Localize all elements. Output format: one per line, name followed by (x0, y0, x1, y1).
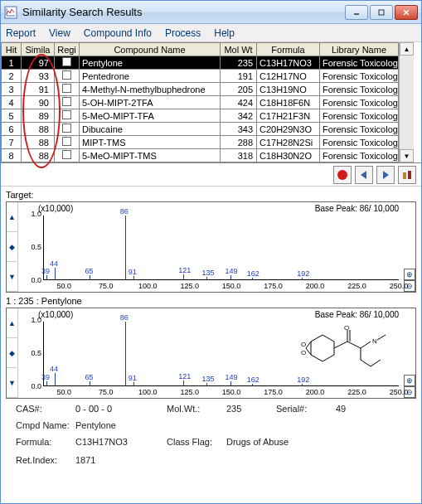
cas-label: CAS#: (16, 404, 75, 414)
column-header[interactable]: Regi (55, 43, 80, 56)
results-table[interactable]: HitSimilaRegiCompound NameMol WtFormulaL… (1, 42, 399, 162)
class-value: Drugs of Abuse (226, 437, 289, 447)
svg-line-20 (347, 342, 361, 348)
svg-line-25 (361, 360, 371, 366)
close-button[interactable] (395, 5, 418, 20)
registered-checkbox[interactable] (62, 97, 71, 106)
column-header[interactable]: Hit (2, 43, 22, 56)
table-row[interactable]: 788MIPT-TMS288C17H28N2SiForensic Toxicol… (2, 136, 399, 149)
table-row[interactable]: 688Dibucaine343C20H29N3OForensic Toxicol… (2, 123, 399, 136)
table-row[interactable]: 197Pentylone235C13H17NO3Forensic Toxicol… (2, 56, 399, 70)
zoom-in-icon[interactable]: ⊕ (404, 375, 415, 386)
column-header[interactable]: Formula (257, 43, 320, 56)
svg-line-21 (361, 342, 371, 348)
base-peak-label: Base Peak: 86/ 10,000 (315, 310, 399, 319)
y-scale-label: (x10,000) (38, 204, 73, 213)
target-spectrum[interactable]: ▲ ◆ ▼ (x10,000) Base Peak: 86/ 10,000 0.… (6, 201, 416, 293)
svg-text:O: O (301, 341, 306, 348)
registered-checkbox[interactable] (62, 150, 71, 159)
table-row[interactable]: 3914-Methyl-N-methylbuphedrone205C13H19N… (2, 83, 399, 96)
svg-line-13 (306, 348, 311, 355)
registered-checkbox[interactable] (62, 110, 71, 119)
titlebar[interactable]: Similarity Search Results (1, 1, 421, 24)
registered-checkbox[interactable] (62, 57, 71, 66)
tools-icon (401, 169, 413, 181)
table-row[interactable]: 4905-OH-MIPT-2TFA424C18H18F6NForensic To… (2, 96, 399, 109)
menu-help[interactable]: Help (214, 27, 235, 39)
marker-up-icon[interactable]: ▲ (7, 308, 17, 338)
mw-value: 235 (226, 404, 276, 414)
formula-value: C13H17NO3 (75, 437, 167, 447)
app-icon (4, 6, 17, 19)
table-scrollbar[interactable]: ▲ ▼ (399, 42, 414, 162)
prev-icon (358, 169, 370, 181)
menu-compound-info[interactable]: Compound Info (84, 27, 152, 39)
record-button[interactable] (333, 166, 352, 184)
svg-marker-8 (383, 171, 389, 179)
menu-process[interactable]: Process (165, 27, 201, 39)
svg-rect-10 (408, 171, 411, 179)
name-value: Pentylone (75, 420, 116, 430)
svg-text:O: O (344, 324, 349, 332)
marker-mid-icon[interactable]: ◆ (7, 232, 17, 262)
name-label: Cmpd Name: (16, 420, 75, 430)
svg-line-16 (334, 342, 347, 348)
column-header[interactable]: Simila (22, 43, 55, 56)
svg-text:N: N (372, 337, 377, 345)
window-title: Similarity Search Results (22, 6, 345, 18)
record-icon (337, 170, 347, 180)
y-scale-label: (x10,000) (38, 310, 73, 319)
svg-line-12 (306, 342, 311, 348)
registered-checkbox[interactable] (62, 137, 71, 146)
svg-text:O: O (301, 349, 306, 356)
menu-view[interactable]: View (49, 27, 70, 39)
svg-line-26 (371, 360, 381, 366)
scroll-down-icon[interactable]: ▼ (400, 149, 414, 162)
app-window: Similarity Search Results Report View Co… (0, 0, 422, 504)
minimize-button[interactable] (345, 5, 368, 20)
scroll-up-icon[interactable]: ▲ (400, 42, 414, 56)
svg-marker-11 (311, 335, 334, 361)
menu-report[interactable]: Report (6, 27, 36, 39)
next-icon (380, 169, 391, 181)
svg-marker-7 (361, 171, 366, 179)
formula-label: Formula: (16, 437, 75, 447)
table-row[interactable]: 5895-MeO-MIPT-TFA342C17H21F3NForensic To… (2, 109, 399, 123)
compound-meta: CAS#: 0 - 00 - 0 Mol.Wt.: 235 Serial#: 4… (1, 399, 421, 477)
maximize-button[interactable] (370, 5, 393, 20)
registered-checkbox[interactable] (62, 124, 71, 133)
base-peak-label: Base Peak: 86/ 10,000 (315, 204, 399, 213)
marker-up-icon[interactable]: ▲ (7, 202, 17, 232)
mw-label: Mol.Wt.: (167, 404, 226, 414)
library-spectrum[interactable]: ▲ ◆ ▼ (x10,000) Base Peak: 86/ 10,000 0.… (6, 308, 416, 399)
marker-down-icon[interactable]: ▼ (7, 368, 17, 398)
svg-rect-4 (379, 10, 384, 15)
menubar: Report View Compound Info Process Help (1, 24, 421, 42)
registered-checkbox[interactable] (62, 70, 71, 80)
ret-label: Ret.Index: (16, 455, 75, 465)
table-row[interactable]: 293Pentedrone191C12H17NOForensic Toxicol… (2, 70, 399, 83)
marker-down-icon[interactable]: ▼ (7, 262, 17, 292)
zoom-in-icon[interactable]: ⊕ (404, 269, 415, 280)
target-label: Target: (6, 188, 416, 201)
table-row[interactable]: 8885-MeO-MIPT-TMS318C18H30N2OForensic To… (2, 149, 399, 162)
serial-value: 49 (336, 404, 346, 414)
column-header[interactable]: Library Name (320, 43, 399, 56)
structure-icon: O O O N (298, 323, 397, 376)
serial-label: Serial#: (276, 404, 336, 414)
column-header[interactable]: Mol Wt (221, 43, 257, 56)
tools-button[interactable] (398, 166, 416, 184)
class-label: Class Flag: (167, 437, 226, 447)
ret-value: 1871 (75, 455, 95, 465)
next-spectrum-button[interactable] (376, 166, 395, 184)
match-label: 1 : 235 : Pentylone (6, 294, 416, 308)
column-header[interactable]: Compound Name (80, 43, 221, 56)
registered-checkbox[interactable] (62, 84, 71, 93)
svg-line-23 (377, 335, 386, 340)
svg-rect-9 (403, 172, 406, 179)
prev-spectrum-button[interactable] (355, 166, 373, 184)
marker-mid-icon[interactable]: ◆ (7, 338, 17, 368)
cas-value: 0 - 00 - 0 (75, 404, 167, 414)
spectrum-toolbar (1, 163, 421, 187)
